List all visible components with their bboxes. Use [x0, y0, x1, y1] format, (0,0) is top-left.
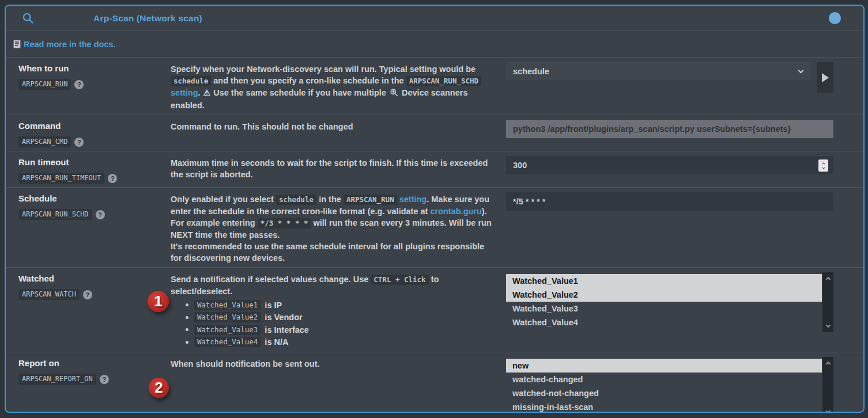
setting-row-watched: WatchedARPSCAN_WATCH?Send a notification… — [6, 268, 863, 352]
option-new[interactable]: new — [506, 359, 822, 373]
book-icon — [13, 40, 21, 48]
scroll-down-button[interactable] — [822, 407, 833, 413]
text-segment: Only enabled if you select — [171, 195, 276, 204]
help-icon[interactable]: ? — [83, 290, 92, 299]
setting-title: Report on — [18, 358, 171, 368]
select-when-to-run[interactable]: schedule — [506, 62, 811, 80]
setting-control — [506, 192, 863, 264]
setting-key: ARPSCAN_RUN_TIMEOUT — [18, 173, 104, 184]
description-text: Maximum time in seconds to wait for the … — [171, 157, 496, 180]
help-icon[interactable]: ? — [100, 375, 109, 384]
setting-control: Watched_Value1Watched_Value2Watched_Valu… — [506, 272, 863, 348]
setting-control: newwatched-changedwatched-not-changedmis… — [506, 357, 863, 413]
help-icon[interactable]: ? — [96, 210, 105, 219]
docs-link-label: Read more in the docs. — [24, 40, 116, 49]
bullet-text: is Vendor — [265, 313, 302, 322]
search-plus-icon — [388, 88, 399, 100]
chevron-down-icon — [825, 409, 830, 413]
text-segment: It's recommended to use the same schedul… — [171, 242, 484, 263]
play-icon — [822, 73, 829, 82]
option-watched-changed[interactable]: watched-changed — [506, 373, 822, 386]
setting-code-line: ARPSCAN_RUN_TIMEOUT? — [18, 173, 171, 184]
list-item: Watched_Value3is Interface — [171, 324, 496, 336]
option-Watched_Value2[interactable]: Watched_Value2 — [506, 288, 822, 302]
inline-code: Watched_Value2 — [194, 312, 261, 322]
option-watched-not-changed[interactable]: watched-not-changed — [506, 386, 822, 400]
search-icon — [22, 12, 34, 24]
setting-control — [506, 120, 863, 147]
setting-title: Command — [18, 121, 171, 131]
setting-description: Send a notification if selected values c… — [171, 272, 506, 348]
list-item: Watched_Value4is N/A — [171, 336, 496, 349]
setting-label-col: When to runARPSCAN_RUN? — [6, 62, 171, 111]
setting-row-run-timeout: Run timeoutARPSCAN_RUN_TIMEOUT?Maximum t… — [6, 151, 863, 188]
scroll-down-button[interactable] — [822, 321, 833, 332]
text-segment: Command to run. This should not be chang… — [171, 122, 353, 131]
inline-code: Watched_Value1 — [194, 300, 261, 310]
setting-row-when-to-run: When to runARPSCAN_RUN?Specify when your… — [6, 58, 863, 115]
description-text: Command to run. This should not be chang… — [171, 121, 496, 132]
setting-description: Only enabled if you select schedule in t… — [171, 192, 506, 264]
help-icon[interactable]: ? — [108, 174, 117, 183]
scroll-up-button[interactable] — [822, 358, 833, 368]
status-dot — [829, 12, 841, 24]
scroll-up-button[interactable] — [822, 273, 833, 283]
setting-row-schedule: ScheduleARPSCAN_RUN_SCHD?Only enabled if… — [6, 188, 863, 268]
bullet-dot — [186, 341, 188, 344]
option-missing-in-last-scan[interactable]: missing-in-last-scan — [506, 400, 822, 413]
docs-link[interactable]: Read more in the docs. — [13, 40, 116, 49]
input-command[interactable] — [506, 120, 833, 138]
help-icon[interactable]: ? — [74, 138, 84, 147]
setting-title: Schedule — [18, 193, 171, 203]
bullet-dot — [186, 303, 188, 306]
select-with-run: schedule — [506, 62, 833, 93]
option-Watched_Value4[interactable]: Watched_Value4 — [506, 316, 822, 329]
number-spinner[interactable] — [818, 159, 828, 172]
annotation-badge-1: 1 — [148, 291, 169, 312]
setting-code-line: ARPSCAN_RUN_SCHD? — [18, 209, 171, 220]
setting-row-report-on: Report onARPSCAN_REPORT_ON?When should n… — [6, 352, 863, 413]
setting-key: ARPSCAN_WATCH — [18, 289, 80, 300]
inline-link[interactable]: setting — [399, 195, 427, 204]
description-text: Only enabled if you select schedule in t… — [171, 193, 496, 264]
setting-label-col: Run timeoutARPSCAN_RUN_TIMEOUT? — [6, 156, 171, 184]
value-bullet-list: Watched_Value1is IPWatched_Value2is Vend… — [171, 299, 496, 348]
setting-description: Specify when your Network-discovery scan… — [171, 62, 506, 111]
run-now-button[interactable] — [817, 62, 833, 93]
text-segment: Send a notification if selected values c… — [171, 275, 371, 284]
text-segment: . — [198, 88, 203, 97]
setting-key: ARPSCAN_REPORT_ON — [18, 374, 96, 385]
header: Arp-Scan (Network scan) — [6, 6, 863, 31]
option-Watched_Value1[interactable]: Watched_Value1 — [506, 274, 822, 288]
option-Watched_Value3[interactable]: Watched_Value3 — [506, 302, 822, 316]
setting-code-line: ARPSCAN_CMD? — [18, 136, 171, 147]
input-run-timeout[interactable] — [506, 156, 833, 174]
option-list: Watched_Value1Watched_Value2Watched_Valu… — [506, 274, 822, 329]
text-segment: Specify when your Network-discovery scan… — [171, 64, 475, 74]
multiselect-report-on: newwatched-changedwatched-not-changedmis… — [506, 357, 833, 413]
bullet-dot — [186, 328, 188, 331]
input-schedule[interactable] — [506, 192, 833, 211]
setting-code-line: ARPSCAN_REPORT_ON? — [18, 374, 171, 385]
multiselect-watched: Watched_Value1Watched_Value2Watched_Valu… — [506, 272, 833, 332]
description-text: When should notification be sent out. — [171, 358, 496, 370]
inline-code: ARPSCAN_RUN — [344, 195, 397, 205]
setting-key: ARPSCAN_RUN_SCHD — [18, 209, 92, 220]
inline-link[interactable]: crontab.guru — [430, 207, 481, 216]
list-item: Watched_Value2is Vendor — [171, 311, 496, 324]
setting-title: Watched — [18, 273, 171, 283]
annotation-badge-2: 2 — [149, 378, 169, 398]
inline-link[interactable]: setting — [171, 88, 198, 97]
inline-code: CTRL + Click — [371, 275, 428, 285]
setting-title: When to run — [18, 63, 171, 73]
scrollbar — [822, 272, 833, 332]
settings-list: When to runARPSCAN_RUN?Specify when your… — [6, 58, 863, 413]
inline-code: */3 * * * * — [258, 218, 311, 229]
setting-label-col: Report onARPSCAN_REPORT_ON? — [6, 357, 171, 413]
setting-description: Maximum time in seconds to wait for the … — [171, 156, 506, 184]
setting-key: ARPSCAN_RUN — [18, 79, 71, 90]
select-value: schedule — [513, 67, 549, 76]
help-icon[interactable]: ? — [74, 80, 84, 89]
setting-label-col: ScheduleARPSCAN_RUN_SCHD? — [6, 192, 171, 264]
setting-description: When should notification be sent out. — [171, 357, 506, 413]
